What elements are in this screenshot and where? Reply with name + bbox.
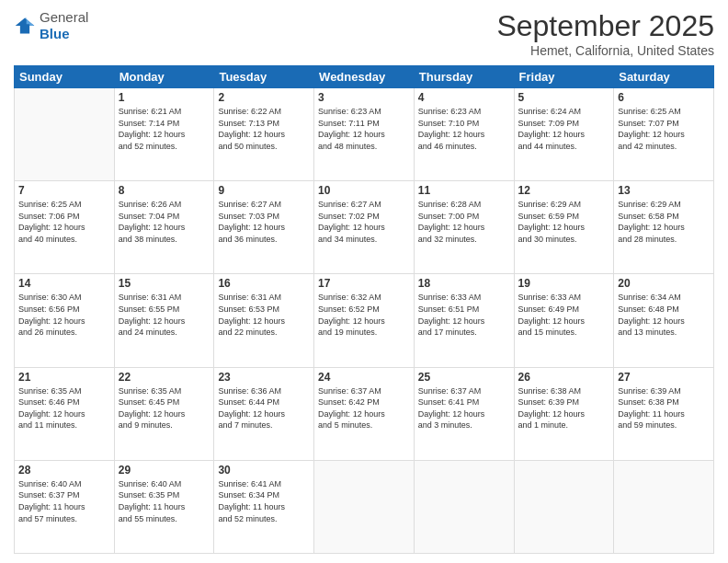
- logo: General Blue: [14, 9, 88, 42]
- table-row: 22Sunrise: 6:35 AM Sunset: 6:45 PM Dayli…: [114, 367, 214, 460]
- table-row: 12Sunrise: 6:29 AM Sunset: 6:59 PM Dayli…: [514, 181, 614, 274]
- calendar-week-1: 1Sunrise: 6:21 AM Sunset: 7:14 PM Daylig…: [15, 88, 714, 181]
- day-info: Sunrise: 6:37 AM Sunset: 6:42 PM Dayligh…: [318, 385, 410, 431]
- day-number: 2: [218, 91, 310, 104]
- day-number: 22: [119, 371, 210, 384]
- table-row: 29Sunrise: 6:40 AM Sunset: 6:35 PM Dayli…: [114, 460, 214, 553]
- calendar-header-row: Sunday Monday Tuesday Wednesday Thursday…: [15, 66, 714, 88]
- day-info: Sunrise: 6:29 AM Sunset: 6:59 PM Dayligh…: [518, 199, 610, 245]
- table-row: 4Sunrise: 6:23 AM Sunset: 7:10 PM Daylig…: [414, 88, 514, 181]
- day-number: 5: [518, 91, 610, 104]
- day-number: 14: [18, 277, 110, 290]
- page: General Blue September 2025 Hemet, Calif…: [0, 0, 728, 563]
- table-row: [614, 460, 714, 553]
- day-info: Sunrise: 6:25 AM Sunset: 7:06 PM Dayligh…: [18, 199, 110, 245]
- day-number: 4: [418, 91, 510, 104]
- day-info: Sunrise: 6:26 AM Sunset: 7:04 PM Dayligh…: [119, 199, 210, 245]
- table-row: 24Sunrise: 6:37 AM Sunset: 6:42 PM Dayli…: [314, 367, 415, 460]
- day-info: Sunrise: 6:27 AM Sunset: 7:02 PM Dayligh…: [318, 199, 410, 245]
- subtitle: Hemet, California, United States: [496, 43, 714, 58]
- table-row: 9Sunrise: 6:27 AM Sunset: 7:03 PM Daylig…: [214, 181, 314, 274]
- table-row: 5Sunrise: 6:24 AM Sunset: 7:09 PM Daylig…: [514, 88, 614, 181]
- day-number: 30: [218, 464, 310, 477]
- col-friday: Friday: [514, 66, 614, 88]
- day-info: Sunrise: 6:28 AM Sunset: 7:00 PM Dayligh…: [418, 199, 510, 245]
- day-number: 25: [418, 371, 510, 384]
- table-row: [15, 88, 115, 181]
- day-info: Sunrise: 6:36 AM Sunset: 6:44 PM Dayligh…: [218, 385, 310, 431]
- table-row: 23Sunrise: 6:36 AM Sunset: 6:44 PM Dayli…: [214, 367, 314, 460]
- day-info: Sunrise: 6:32 AM Sunset: 6:52 PM Dayligh…: [318, 292, 410, 338]
- table-row: 20Sunrise: 6:34 AM Sunset: 6:48 PM Dayli…: [614, 274, 714, 367]
- day-number: 28: [18, 464, 110, 477]
- day-info: Sunrise: 6:22 AM Sunset: 7:13 PM Dayligh…: [218, 106, 310, 152]
- day-number: 15: [119, 277, 210, 290]
- table-row: 8Sunrise: 6:26 AM Sunset: 7:04 PM Daylig…: [114, 181, 214, 274]
- day-info: Sunrise: 6:40 AM Sunset: 6:35 PM Dayligh…: [119, 478, 210, 524]
- day-info: Sunrise: 6:39 AM Sunset: 6:38 PM Dayligh…: [618, 385, 710, 431]
- day-number: 1: [119, 91, 210, 104]
- header: General Blue September 2025 Hemet, Calif…: [14, 9, 714, 58]
- day-number: 13: [618, 184, 710, 197]
- day-info: Sunrise: 6:30 AM Sunset: 6:56 PM Dayligh…: [18, 292, 110, 338]
- day-info: Sunrise: 6:31 AM Sunset: 6:53 PM Dayligh…: [218, 292, 310, 338]
- day-number: 18: [418, 277, 510, 290]
- day-number: 24: [318, 371, 410, 384]
- table-row: [414, 460, 514, 553]
- day-info: Sunrise: 6:21 AM Sunset: 7:14 PM Dayligh…: [119, 106, 210, 152]
- table-row: 28Sunrise: 6:40 AM Sunset: 6:37 PM Dayli…: [15, 460, 115, 553]
- col-thursday: Thursday: [414, 66, 514, 88]
- day-info: Sunrise: 6:29 AM Sunset: 6:58 PM Dayligh…: [618, 199, 710, 245]
- day-info: Sunrise: 6:33 AM Sunset: 6:49 PM Dayligh…: [518, 292, 610, 338]
- day-number: 3: [318, 91, 410, 104]
- calendar-week-5: 28Sunrise: 6:40 AM Sunset: 6:37 PM Dayli…: [15, 460, 714, 553]
- day-info: Sunrise: 6:33 AM Sunset: 6:51 PM Dayligh…: [418, 292, 510, 338]
- day-number: 17: [318, 277, 410, 290]
- day-number: 10: [318, 184, 410, 197]
- day-number: 19: [518, 277, 610, 290]
- day-info: Sunrise: 6:37 AM Sunset: 6:41 PM Dayligh…: [418, 385, 510, 431]
- day-number: 26: [518, 371, 610, 384]
- table-row: 7Sunrise: 6:25 AM Sunset: 7:06 PM Daylig…: [15, 181, 115, 274]
- day-number: 21: [18, 371, 110, 384]
- day-number: 27: [618, 371, 710, 384]
- table-row: 14Sunrise: 6:30 AM Sunset: 6:56 PM Dayli…: [15, 274, 115, 367]
- day-number: 11: [418, 184, 510, 197]
- table-row: [514, 460, 614, 553]
- main-title: September 2025: [496, 9, 714, 43]
- day-number: 23: [218, 371, 310, 384]
- table-row: 16Sunrise: 6:31 AM Sunset: 6:53 PM Dayli…: [214, 274, 314, 367]
- table-row: 19Sunrise: 6:33 AM Sunset: 6:49 PM Dayli…: [514, 274, 614, 367]
- day-info: Sunrise: 6:35 AM Sunset: 6:46 PM Dayligh…: [18, 385, 110, 431]
- table-row: 30Sunrise: 6:41 AM Sunset: 6:34 PM Dayli…: [214, 460, 314, 553]
- day-number: 9: [218, 184, 310, 197]
- day-number: 6: [618, 91, 710, 104]
- title-block: September 2025 Hemet, California, United…: [496, 9, 714, 58]
- day-info: Sunrise: 6:41 AM Sunset: 6:34 PM Dayligh…: [218, 478, 310, 524]
- col-monday: Monday: [114, 66, 214, 88]
- day-info: Sunrise: 6:27 AM Sunset: 7:03 PM Dayligh…: [218, 199, 310, 245]
- day-number: 16: [218, 277, 310, 290]
- table-row: 1Sunrise: 6:21 AM Sunset: 7:14 PM Daylig…: [114, 88, 214, 181]
- day-number: 12: [518, 184, 610, 197]
- table-row: 13Sunrise: 6:29 AM Sunset: 6:58 PM Dayli…: [614, 181, 714, 274]
- table-row: [314, 460, 415, 553]
- day-info: Sunrise: 6:25 AM Sunset: 7:07 PM Dayligh…: [618, 106, 710, 152]
- table-row: 3Sunrise: 6:23 AM Sunset: 7:11 PM Daylig…: [314, 88, 415, 181]
- day-number: 8: [119, 184, 210, 197]
- calendar-week-2: 7Sunrise: 6:25 AM Sunset: 7:06 PM Daylig…: [15, 181, 714, 274]
- table-row: 25Sunrise: 6:37 AM Sunset: 6:41 PM Dayli…: [414, 367, 514, 460]
- table-row: 15Sunrise: 6:31 AM Sunset: 6:55 PM Dayli…: [114, 274, 214, 367]
- table-row: 21Sunrise: 6:35 AM Sunset: 6:46 PM Dayli…: [15, 367, 115, 460]
- day-info: Sunrise: 6:34 AM Sunset: 6:48 PM Dayligh…: [618, 292, 710, 338]
- table-row: 11Sunrise: 6:28 AM Sunset: 7:00 PM Dayli…: [414, 181, 514, 274]
- col-wednesday: Wednesday: [314, 66, 415, 88]
- day-info: Sunrise: 6:23 AM Sunset: 7:11 PM Dayligh…: [318, 106, 410, 152]
- table-row: 17Sunrise: 6:32 AM Sunset: 6:52 PM Dayli…: [314, 274, 415, 367]
- day-info: Sunrise: 6:35 AM Sunset: 6:45 PM Dayligh…: [119, 385, 210, 431]
- day-info: Sunrise: 6:23 AM Sunset: 7:10 PM Dayligh…: [418, 106, 510, 152]
- logo-general-text: General: [40, 9, 88, 25]
- table-row: 10Sunrise: 6:27 AM Sunset: 7:02 PM Dayli…: [314, 181, 415, 274]
- day-info: Sunrise: 6:24 AM Sunset: 7:09 PM Dayligh…: [518, 106, 610, 152]
- logo-icon: [14, 15, 36, 37]
